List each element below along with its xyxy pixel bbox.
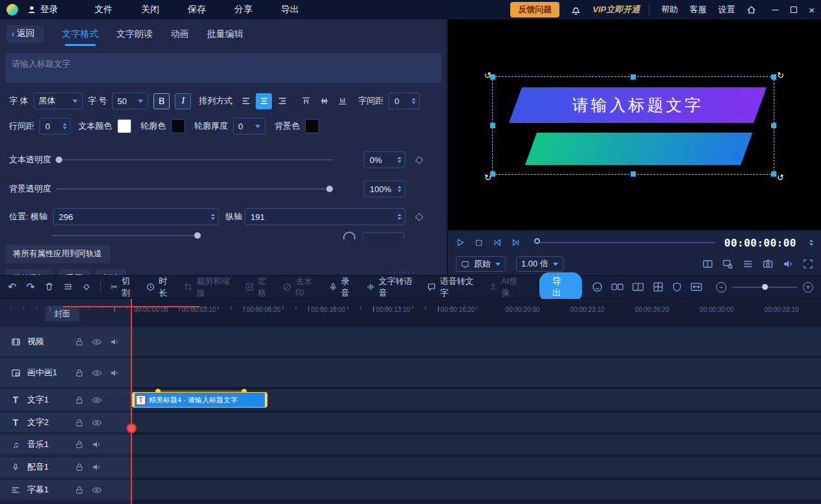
volume-icon[interactable] [783, 259, 793, 269]
resize-handle[interactable] [631, 171, 636, 177]
track-header-text2[interactable]: T 文字2 [0, 413, 131, 432]
speaker-icon[interactable] [92, 440, 101, 449]
text-color-swatch[interactable] [117, 119, 131, 133]
zoom-preview-icon[interactable] [723, 259, 733, 269]
text-opacity-slider[interactable] [56, 159, 333, 160]
continue-add-button[interactable]: 继续添加 [5, 269, 53, 275]
lock-icon[interactable] [75, 337, 84, 347]
play-button[interactable] [456, 238, 465, 247]
skip-start-button[interactable] [493, 238, 502, 247]
mosaic-icon[interactable] [653, 281, 664, 292]
lane-pip[interactable] [131, 358, 821, 387]
stop-button[interactable] [475, 239, 483, 247]
seek-knob[interactable] [534, 238, 540, 244]
vip-upgrade-button[interactable]: VIP立即开通 [592, 4, 649, 16]
resize-handle[interactable] [771, 171, 776, 177]
stepper-arrows-icon[interactable] [398, 214, 401, 220]
text-to-speech-button[interactable]: 文字转语音 [366, 276, 418, 299]
speech-to-text-button[interactable]: 语音转文字 [427, 276, 479, 299]
slider-knob[interactable] [326, 186, 333, 192]
close-button[interactable]: × [809, 5, 815, 15]
shield-icon[interactable] [672, 282, 682, 292]
redo-icon[interactable]: ↷ [26, 281, 34, 293]
lock-icon[interactable] [75, 368, 84, 378]
track-header-video[interactable]: 视频 [0, 327, 131, 356]
video-canvas[interactable]: 请输入标题文字 ↺ ↻ ↻ ↺ [448, 19, 821, 230]
position-x-input[interactable]: 296 [53, 208, 219, 225]
compare-view-icon[interactable] [703, 259, 713, 269]
title-overlay-text[interactable]: 请输入标题文字 [515, 87, 760, 123]
minimize-button[interactable] [772, 10, 779, 10]
lane-voiceover[interactable] [131, 457, 821, 477]
cut-button[interactable]: ✂ 切割 [111, 276, 137, 299]
transition-icon[interactable] [611, 281, 624, 292]
eye-icon[interactable] [92, 418, 102, 428]
eye-icon[interactable] [92, 368, 102, 378]
stepper-arrows-icon[interactable] [398, 186, 401, 192]
zoom-out-icon[interactable]: − [716, 282, 726, 292]
settings-button[interactable]: 设置 [718, 4, 735, 16]
stepper-arrows-icon[interactable] [211, 214, 215, 220]
valign-bottom-button[interactable] [334, 93, 350, 109]
lock-icon[interactable] [75, 485, 84, 495]
letter-spacing-stepper[interactable]: 0 [388, 93, 420, 109]
clipped-stepper[interactable] [363, 232, 404, 239]
align-left-button[interactable] [238, 93, 254, 109]
valign-top-button[interactable] [298, 93, 314, 109]
snapshot-icon[interactable] [763, 259, 773, 269]
lane-video[interactable] [131, 327, 821, 356]
lane-text2[interactable] [131, 413, 821, 432]
lock-icon[interactable] [75, 440, 84, 449]
text-clip-selected[interactable]: T 精美标题4 - 请输入标题文字 [132, 392, 267, 408]
stepper-arrows-icon[interactable] [398, 157, 401, 163]
zoom-knob[interactable] [762, 284, 768, 290]
bg-color-swatch[interactable] [305, 119, 319, 133]
clipped-slider[interactable] [52, 235, 197, 236]
speed-select[interactable]: 1.00 倍 [516, 256, 563, 272]
keyframe-icon[interactable] [82, 283, 91, 291]
menu-share[interactable]: 分享 [234, 4, 253, 16]
lock-icon[interactable] [75, 463, 84, 472]
title-text-input[interactable]: 请输入标题文字 [5, 53, 442, 83]
bg-opacity-stepper[interactable]: 100% [364, 181, 405, 197]
speaker-icon[interactable] [110, 337, 119, 347]
resize-handle[interactable] [771, 123, 776, 128]
bg-opacity-slider[interactable] [56, 188, 333, 190]
undo-icon[interactable]: ↶ [8, 281, 16, 293]
aspect-ratio-select[interactable]: 原始 [456, 256, 506, 272]
tab-animation[interactable]: 动画 [171, 25, 189, 46]
record-button[interactable]: 录音 [329, 276, 357, 299]
rotate-handle-icon[interactable]: ↻ [484, 173, 491, 182]
zoom-slider[interactable] [732, 287, 797, 288]
notification-bell-icon[interactable] [571, 5, 581, 15]
rotation-icon[interactable] [343, 232, 355, 239]
title-shape-top[interactable]: 请输入标题文字 [509, 87, 767, 123]
menu-save[interactable]: 保存 [188, 4, 206, 16]
resize-handle[interactable] [771, 74, 776, 80]
seek-bar[interactable] [536, 242, 714, 243]
keyframe-diamond-icon[interactable] [415, 156, 423, 164]
tab-text-format[interactable]: 文字格式 [62, 25, 98, 46]
speaker-icon[interactable] [110, 368, 119, 378]
lane-text1[interactable]: T 精美标题4 - 请输入标题文字 [131, 389, 821, 410]
login-button[interactable]: 登录 [27, 4, 58, 16]
bold-button[interactable]: B [153, 93, 170, 109]
speaker-icon[interactable] [92, 463, 101, 472]
apply-all-button[interactable]: 将所有属性应用到同轨道 [5, 245, 110, 263]
menu-file[interactable]: 文件 [95, 4, 113, 16]
playhead-line[interactable] [131, 299, 132, 504]
zoom-in-icon[interactable]: + [803, 282, 813, 292]
maximize-button[interactable] [791, 6, 797, 13]
lane-music[interactable] [131, 435, 821, 454]
keyframe-diamond-icon[interactable] [415, 213, 423, 221]
playhead-handle[interactable] [126, 423, 137, 433]
eye-icon[interactable] [92, 485, 102, 495]
timecode-stepper[interactable] [809, 239, 813, 246]
line-spacing-stepper[interactable]: 0 [39, 118, 71, 135]
title-shape-bottom[interactable] [525, 133, 752, 165]
lock-icon[interactable] [75, 418, 84, 428]
stepper-arrows-icon[interactable] [63, 123, 67, 129]
track-header-voiceover[interactable]: 配音1 [0, 457, 131, 477]
delete-icon[interactable] [45, 282, 54, 291]
resize-handle[interactable] [490, 123, 495, 128]
